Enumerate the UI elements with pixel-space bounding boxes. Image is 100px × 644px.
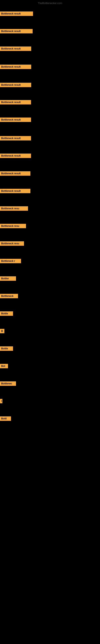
bottleneck-badge-20: Bottle: [0, 346, 13, 351]
bottleneck-badge-23: I: [0, 399, 2, 403]
bottleneck-badge-19: B: [0, 329, 4, 333]
bottleneck-badge-11: Bottleneck result: [0, 189, 30, 193]
bottleneck-badge-14: Bottleneck resu: [0, 241, 24, 246]
bottleneck-badge-3: Bottleneck result: [0, 46, 31, 51]
site-title: TheBottlenecker.com: [0, 2, 100, 5]
bottleneck-badge-2: Bottleneck result: [0, 29, 33, 34]
bottleneck-badge-8: Bottleneck result: [0, 136, 31, 140]
bottleneck-badge-17: Bottleneck: [0, 294, 18, 298]
bottleneck-badge-13: Bottleneck resu: [0, 224, 26, 228]
bottleneck-badge-18: Bottle: [0, 311, 13, 316]
bottleneck-badge-4: Bottleneck result: [0, 64, 31, 69]
bottleneck-badge-7: Bottleneck result: [0, 118, 31, 122]
bottleneck-badge-6: Bottleneck result: [0, 100, 31, 104]
bottleneck-badge-10: Bottleneck result: [0, 171, 30, 176]
bottleneck-badge-5: Bottleneck result: [0, 83, 31, 87]
bottleneck-badge-16: Bottler: [0, 276, 16, 281]
bottleneck-badge-24: Bottl: [0, 416, 11, 421]
bottleneck-badge-22: Bottlenec: [0, 381, 16, 386]
bottleneck-badge-15: Bottleneck r: [0, 259, 21, 263]
bottleneck-badge-21: Bot: [0, 364, 8, 368]
bottleneck-badge-12: Bottleneck resu: [0, 206, 28, 211]
bottleneck-badge-1: Bottleneck result: [0, 12, 33, 16]
bottleneck-badge-9: Bottleneck result: [0, 154, 31, 158]
